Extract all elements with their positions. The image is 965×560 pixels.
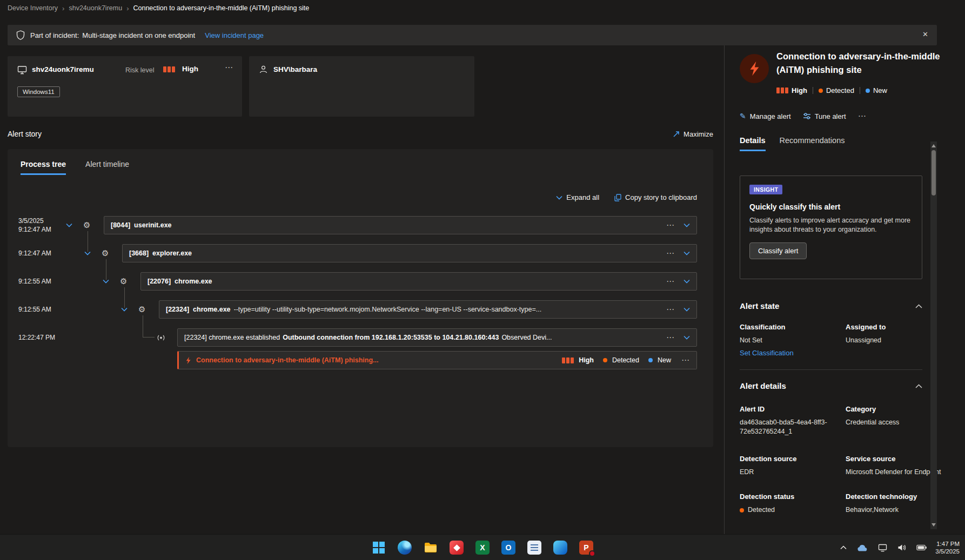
process-gear-icon: ⚙ [120,276,127,286]
user-icon [259,65,268,74]
new-dot-icon [866,89,870,93]
taskbar-clock[interactable]: 1:47 PM 3/5/2025 [935,540,960,555]
tab-process-tree[interactable]: Process tree [21,160,66,175]
panel-tabs: Details Recommendations [740,136,845,151]
outlook-icon: O [501,541,515,555]
process-node[interactable]: [22076] chrome.exe ⋯ [140,272,697,291]
expand-all-button[interactable]: Expand all [556,193,599,201]
expand-chevron-icon[interactable] [683,251,690,255]
device-name: shv24uonk7iremu [32,65,94,73]
collapse-chevron-icon[interactable] [121,307,128,312]
expand-chevron-icon[interactable] [683,335,690,340]
event-more-button[interactable]: ⋯ [666,333,675,342]
powerpoint-button[interactable]: P [575,537,597,558]
tab-details[interactable]: Details [740,136,766,151]
network-event-node[interactable]: [22324] chrome.exe established Outbound … [177,328,697,347]
assigned-to-label: Assigned to [846,323,886,331]
scrollbar-thumb[interactable] [932,150,936,195]
collapse-chevron-icon[interactable] [66,223,72,227]
device-more-button[interactable]: ⋯ [225,63,233,72]
network-icon[interactable] [876,542,889,554]
tune-alert-button[interactable]: Tune alert [803,112,846,120]
expand-chevron-icon[interactable] [683,279,690,284]
alert-severity-icon [740,54,769,83]
process-timestamp: 9:12:55 AM [18,277,51,286]
detection-status-label: Detection status [740,492,794,501]
panel-more-button[interactable]: ⋯ [858,111,867,121]
view-incident-link[interactable]: View incident page [205,31,264,39]
detection-technology-value: Behavior,Network [846,505,899,515]
panel-badges: High Detected New [776,86,887,95]
outlook-button[interactable]: O [498,537,519,558]
process-more-button[interactable]: ⋯ [666,248,675,258]
service-source-value: Microsoft Defender for Endpoint [846,468,941,477]
process-node[interactable]: [3668] explorer.exe ⋯ [122,244,697,262]
user-card[interactable]: SHV\barbara [249,56,474,117]
notepad-button[interactable] [524,537,545,558]
category-value: Credential access [846,418,899,427]
collapse-chevron-icon[interactable] [84,251,91,255]
edge-browser-button[interactable] [394,537,416,558]
collapse-chevron-icon[interactable] [103,279,109,284]
blue-app-button[interactable] [549,537,571,558]
new-dot-icon [648,358,653,362]
alert-more-button[interactable]: ⋯ [681,355,690,365]
device-card[interactable]: shv24uonk7iremu Risk level High ⋯ Window… [8,56,242,117]
category-label: Category [846,405,876,413]
scrollbar-up-icon[interactable] [932,144,936,147]
breadcrumb-current-page: Connection to adversary-in-the-middle (A… [133,4,309,12]
detection-technology-label: Detection technology [846,492,917,501]
process-more-button[interactable]: ⋯ [666,276,675,286]
detection-source-label: Detection source [740,455,796,463]
panel-actions: ✎ Manage alert Tune alert ⋯ [740,111,867,121]
panel-scrollbar[interactable] [930,141,937,529]
classify-alert-button[interactable]: Classify alert [749,242,807,259]
alert-node[interactable]: Connection to adversary-in-the-middle (A… [177,351,697,369]
banner-close-icon[interactable]: ✕ [922,30,928,38]
collapse-section-icon[interactable] [915,384,922,388]
copy-story-button[interactable]: Copy story to clipboard [614,193,697,201]
breadcrumb: Device Inventory › shv24uonk7iremu › Con… [8,0,309,16]
process-more-button[interactable]: ⋯ [666,220,675,230]
process-more-button[interactable]: ⋯ [666,305,675,314]
file-explorer-button[interactable] [420,537,441,558]
notepad-icon [527,541,541,555]
process-gear-icon: ⚙ [138,305,145,314]
classification-value: Not Set [740,336,762,345]
process-node[interactable]: [8044] userinit.exe ⋯ [104,216,697,234]
windows-logo-icon [373,542,385,554]
breadcrumb-device[interactable]: shv24uonk7iremu [69,4,122,12]
alert-story-header: Alert story Maximize [8,130,713,138]
expand-chevron-icon[interactable] [683,223,690,227]
scrollbar-down-icon[interactable] [932,523,936,527]
maximize-button[interactable]: Maximize [673,130,713,138]
excel-button[interactable]: X [472,537,493,558]
incident-banner-label: Part of incident: [30,31,79,39]
process-node[interactable]: [22324] chrome.exe --type=utility --util… [159,300,697,319]
alert-id-label: Alert ID [740,405,765,413]
microsoft-365-app-button[interactable] [446,537,467,558]
tree-connector [88,231,88,252]
tree-connector [106,259,106,280]
breadcrumb-device-inventory[interactable]: Device Inventory [8,4,58,12]
pencil-icon: ✎ [740,112,746,120]
tab-alert-timeline[interactable]: Alert timeline [85,160,129,175]
user-name: SHV\barbara [273,65,317,73]
tray-chevron-up-icon[interactable] [839,544,848,551]
chevron-down-icon [556,195,562,200]
volume-icon[interactable] [896,542,908,553]
manage-alert-button[interactable]: ✎ Manage alert [740,112,791,120]
collapse-section-icon[interactable] [915,304,922,308]
tab-recommendations[interactable]: Recommendations [780,136,845,151]
alert-story-card: Process tree Alert timeline Expand all C… [8,149,713,447]
tree-connector [124,287,125,308]
alert-details-header: Alert details [740,381,922,390]
expand-chevron-icon[interactable] [683,307,690,312]
onedrive-cloud-icon[interactable] [855,542,869,554]
start-button[interactable] [368,537,390,558]
battery-icon[interactable] [915,543,928,552]
set-classification-link[interactable]: Set Classification [740,349,794,357]
process-timestamp: 9:12:55 AM [18,305,51,314]
event-timestamp: 12:22:47 PM [18,333,55,342]
edge-icon [398,541,412,555]
